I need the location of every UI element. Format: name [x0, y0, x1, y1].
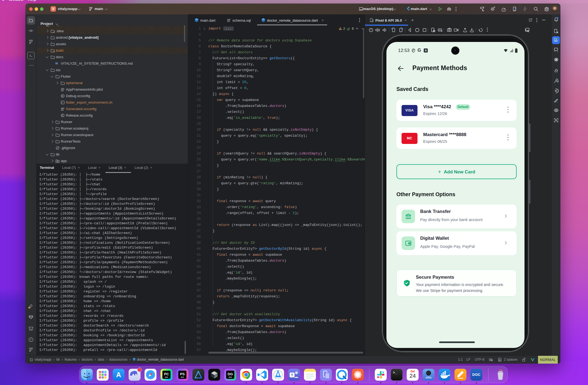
- svg-text:T: T: [291, 373, 293, 377]
